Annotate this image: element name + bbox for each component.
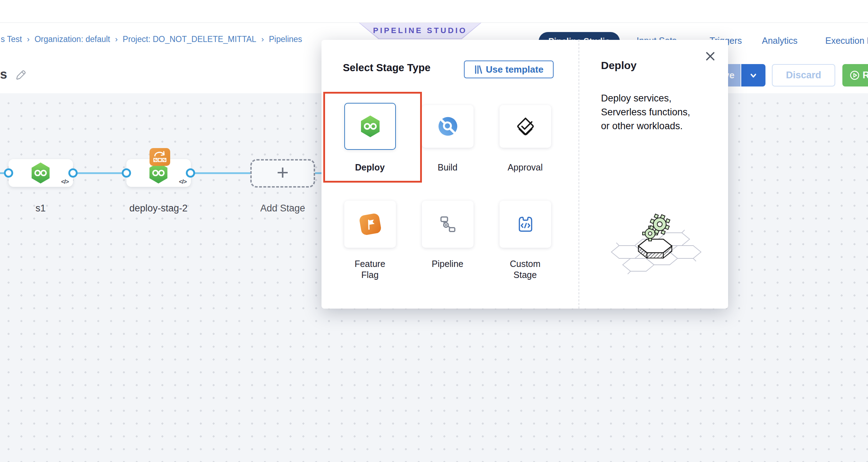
edit-pencil-icon[interactable] [14,68,27,83]
template-library-icon [474,65,482,74]
stage-yaml-badge: </> [61,178,69,185]
stage-type-card-build[interactable] [422,105,474,148]
pipeline-studio-app: </> </> [0,0,868,462]
stage-name-label: s1 [1,203,80,214]
add-stage-button[interactable]: + [250,159,315,188]
stage-type-card-feature-flag[interactable] [344,201,396,248]
approval-stage-icon [515,116,536,137]
modal-title: Select Stage Type [343,62,430,74]
breadcrumb-separator: › [115,35,117,44]
node-port[interactable] [186,168,195,178]
nav-item-analytics[interactable]: Analytics [762,36,798,46]
discard-label: Discard [786,70,821,81]
connector-edge [190,172,250,174]
stage-yaml-badge: </> [179,178,187,185]
panel-divider [579,40,579,309]
play-circle-icon [850,70,859,80]
feature-flag-stage-icon [359,213,382,236]
pipeline-studio-tab: PIPELINE STUDIO [359,23,481,39]
pipeline-studio-tab-label: PIPELINE STUDIO [360,23,481,38]
plus-icon: + [277,162,289,183]
pipeline-name: s [0,67,7,82]
node-port[interactable] [4,168,13,178]
stage-type-card-custom[interactable] [500,201,551,248]
deploy-stage-icon [360,115,381,138]
header-divider [0,22,868,23]
connector-edge [315,172,322,174]
node-port[interactable] [68,168,78,178]
stage-name-label: deploy-stag-2 [119,203,198,214]
stage-type-card-pipeline[interactable] [422,201,474,248]
detail-panel-title: Deploy [601,59,637,72]
node-port[interactable] [122,168,131,178]
stage-type-label-custom: Custom Stage [500,258,550,280]
breadcrumb-item-project[interactable]: Project: DO_NOT_DELETE_MITTAL [123,35,256,44]
breadcrumb-separator: › [27,35,30,44]
cd-hexagon-icon [31,162,51,184]
discard-button[interactable]: Discard [772,64,835,86]
stage-type-label-build: Build [423,162,472,173]
stage-type-card-deploy[interactable] [344,103,396,150]
save-options-button[interactable] [741,64,765,86]
pipeline-stage-icon [438,214,458,234]
stage-node-s1[interactable]: </> [9,159,73,187]
run-button[interactable]: Run [842,64,868,86]
rolling-strategy-icon [150,148,170,166]
chevron-down-icon [748,70,758,80]
add-stage-label: Add Stage [250,203,315,214]
stage-type-label-feature-flag: Feature Flag [345,258,395,280]
close-icon[interactable] [704,50,717,63]
stage-type-label-deploy: Deploy [345,162,395,173]
stage-type-label-pipeline: Pipeline [423,258,472,269]
custom-stage-icon [516,214,535,234]
build-stage-icon [438,116,458,137]
connector-edge [73,172,126,174]
use-template-label: Use template [486,64,544,75]
run-label: Run [863,70,868,81]
breadcrumb-item-account[interactable]: s Test [1,35,22,44]
detail-panel-description: Deploy services, Serverless functions, o… [601,91,690,133]
stage-type-label-approval: Approval [500,162,550,173]
select-stage-type-modal: Select Stage Type Use template [321,40,728,309]
breadcrumb-item-pipelines[interactable]: Pipelines [269,35,302,44]
deploy-illustration [603,210,706,278]
breadcrumb: s Test › Organization: default › Project… [1,35,302,44]
stage-type-card-approval[interactable] [500,105,551,148]
breadcrumb-item-organization[interactable]: Organization: default [35,35,110,44]
breadcrumb-separator: › [261,35,264,44]
use-template-button[interactable]: Use template [464,61,554,78]
nav-item-execution-history[interactable]: Execution History [825,36,868,46]
